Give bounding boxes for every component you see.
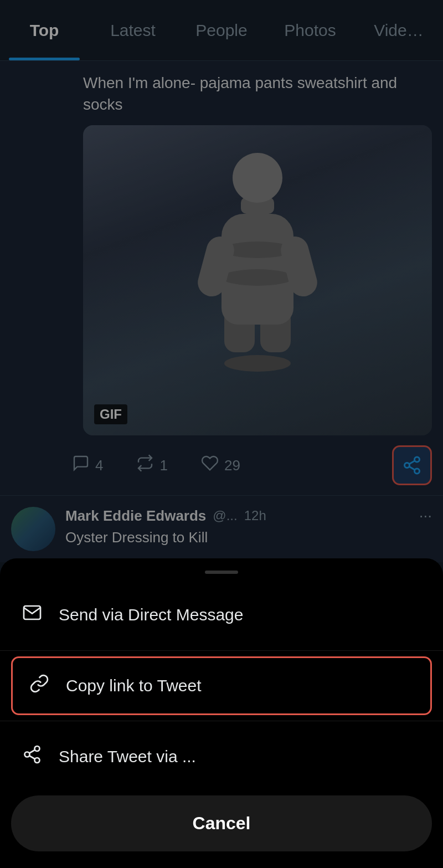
dm-icon [22, 603, 42, 627]
sheet-handle [205, 571, 238, 574]
send-dm-label: Send via Direct Message [59, 605, 244, 624]
svg-line-9 [29, 750, 35, 753]
svg-point-7 [35, 758, 40, 763]
svg-point-5 [35, 746, 40, 751]
share-via-item[interactable]: Share Tweet via ... [0, 727, 443, 787]
svg-point-6 [25, 752, 30, 757]
share-via-icon [22, 744, 42, 769]
copy-link-item[interactable]: Copy link to Tweet [11, 656, 432, 715]
send-dm-item[interactable]: Send via Direct Message [0, 585, 443, 645]
share-bottom-sheet: Send via Direct Message Copy link to Twe… [0, 558, 443, 868]
sheet-divider-2 [0, 721, 443, 721]
cancel-button[interactable]: Cancel [11, 795, 432, 851]
link-icon [29, 674, 49, 698]
share-via-label: Share Tweet via ... [59, 747, 196, 766]
cancel-label: Cancel [193, 813, 251, 833]
sheet-divider-1 [0, 650, 443, 651]
svg-line-8 [29, 756, 35, 759]
copy-link-label: Copy link to Tweet [66, 676, 202, 695]
